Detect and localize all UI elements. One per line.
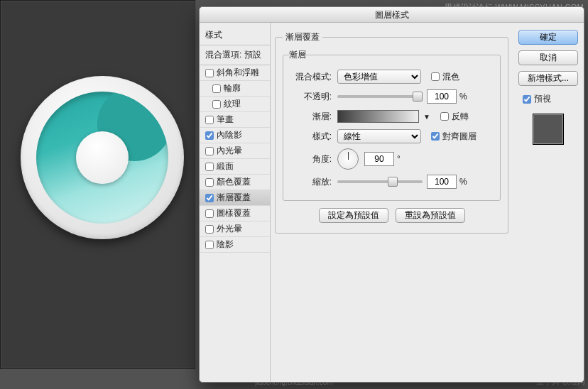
- dither-label: 混色: [442, 71, 459, 83]
- style-row: 樣式: 線性 對齊圖層: [289, 126, 494, 146]
- style-checkbox[interactable]: [205, 69, 214, 77]
- reverse-checkbox[interactable]: [440, 112, 449, 121]
- reset-default-button[interactable]: 重設為預設值: [396, 208, 465, 223]
- style-list-item[interactable]: 斜角和浮雕: [200, 65, 270, 81]
- blend-options-header[interactable]: 混合選項: 預設: [200, 45, 270, 65]
- preview-swatch: [533, 114, 564, 145]
- opacity-row: 不透明: %: [289, 87, 494, 106]
- style-list-item[interactable]: 內光暈: [200, 143, 270, 159]
- opacity-label: 不透明:: [289, 91, 337, 103]
- style-list-item[interactable]: 顏色覆蓋: [200, 175, 270, 190]
- style-list-item[interactable]: 漸層覆蓋: [200, 190, 270, 206]
- style-checkbox[interactable]: [205, 194, 214, 202]
- style-item-label: 輪廓: [224, 82, 241, 94]
- style-select[interactable]: 線性: [337, 129, 421, 143]
- document-panel: [0, 0, 195, 369]
- icon-center-dot: [76, 131, 129, 184]
- gradient-row: 漸層: ▼ 反轉: [289, 106, 494, 126]
- style-checkbox[interactable]: [212, 100, 221, 109]
- style-list-column: 樣式 混合選項: 預設 斜角和浮雕輪廓紋理筆畫內陰影內光暈緞面顏色覆蓋漸層覆蓋圖…: [200, 23, 271, 382]
- style-item-label: 斜角和浮雕: [217, 67, 259, 79]
- style-list-item[interactable]: 外光暈: [200, 221, 270, 237]
- ok-button[interactable]: 確定: [518, 30, 578, 45]
- style-checkbox[interactable]: [205, 131, 214, 140]
- icon-outer-ring: [21, 76, 184, 239]
- gradient-overlay-legend: 漸層覆蓋: [283, 31, 322, 43]
- gradient-overlay-fieldset: 漸層覆蓋 漸層 混合模式: 色彩增值 混色 不透明:: [275, 31, 508, 234]
- new-style-button[interactable]: 新增樣式...: [518, 71, 578, 86]
- icon-artwork: [21, 76, 184, 239]
- style-list-item[interactable]: 筆畫: [200, 112, 270, 128]
- opacity-value[interactable]: [427, 89, 457, 104]
- align-label: 對齊圖層: [442, 131, 477, 143]
- style-item-label: 緞面: [217, 160, 234, 172]
- style-checkbox[interactable]: [205, 163, 214, 171]
- reverse-checkbox-wrap[interactable]: 反轉: [440, 111, 469, 123]
- preview-label: 預視: [534, 93, 551, 105]
- scale-label: 縮放:: [289, 176, 337, 188]
- blend-mode-label: 混合模式:: [289, 71, 337, 83]
- angle-value[interactable]: [364, 152, 394, 166]
- dither-checkbox-wrap[interactable]: 混色: [431, 71, 459, 83]
- default-buttons-row: 設定為預設值 重設為預設值: [283, 208, 501, 223]
- angle-label: 角度:: [289, 153, 337, 165]
- angle-dial[interactable]: [337, 148, 359, 170]
- style-item-label: 內陰影: [217, 129, 242, 141]
- layer-style-dialog: 圖層樣式 樣式 混合選項: 預設 斜角和浮雕輪廓紋理筆畫內陰影內光暈緞面顏色覆蓋…: [199, 6, 584, 383]
- cancel-button[interactable]: 取消: [518, 50, 578, 65]
- gradient-label: 漸層:: [289, 111, 337, 123]
- style-list-item[interactable]: 圖樣覆蓋: [200, 206, 270, 221]
- angle-degree: °: [397, 154, 401, 164]
- dialog-title: 圖層樣式: [200, 7, 584, 23]
- style-item-label: 外光暈: [217, 223, 242, 235]
- opacity-slider[interactable]: [337, 95, 423, 98]
- reverse-label: 反轉: [452, 111, 469, 123]
- opacity-percent: %: [459, 92, 467, 102]
- scale-row: 縮放: %: [289, 172, 494, 192]
- settings-column: 漸層覆蓋 漸層 混合模式: 色彩增值 混色 不透明:: [271, 23, 514, 382]
- style-checkbox[interactable]: [205, 178, 214, 187]
- style-item-label: 漸層覆蓋: [217, 192, 251, 204]
- style-list-item[interactable]: 陰影: [200, 237, 270, 253]
- style-item-label: 內光暈: [217, 145, 242, 157]
- chevron-down-icon[interactable]: ▼: [423, 113, 430, 121]
- style-checkbox[interactable]: [205, 225, 214, 234]
- style-item-label: 圖樣覆蓋: [217, 207, 251, 219]
- style-label: 樣式:: [289, 131, 337, 143]
- align-checkbox[interactable]: [431, 132, 440, 141]
- style-item-label: 顏色覆蓋: [217, 176, 251, 188]
- style-item-label: 陰影: [217, 239, 234, 251]
- style-checkbox[interactable]: [205, 209, 214, 218]
- align-checkbox-wrap[interactable]: 對齊圖層: [431, 131, 477, 143]
- gradient-preview[interactable]: [337, 110, 419, 123]
- style-list-header[interactable]: 樣式: [200, 26, 270, 45]
- gradient-inner-fieldset: 漸層 混合模式: 色彩增值 混色 不透明:: [283, 49, 501, 201]
- style-list-item[interactable]: 緞面: [200, 159, 270, 175]
- preview-checkbox[interactable]: [523, 95, 531, 104]
- right-button-column: 確定 取消 新增樣式... 預視: [514, 23, 584, 382]
- angle-row: 角度: °: [289, 146, 494, 172]
- style-checkbox[interactable]: [205, 116, 214, 124]
- preview-checkbox-wrap[interactable]: 預視: [523, 93, 578, 105]
- gradient-inner-legend: 漸層: [289, 49, 306, 61]
- dither-checkbox[interactable]: [431, 72, 440, 81]
- style-item-label: 筆畫: [217, 114, 234, 126]
- style-checkbox[interactable]: [212, 84, 221, 93]
- scale-slider[interactable]: [337, 180, 423, 183]
- style-checkbox[interactable]: [205, 241, 214, 249]
- style-list-item[interactable]: 內陰影: [200, 128, 270, 143]
- dialog-body: 樣式 混合選項: 預設 斜角和浮雕輪廓紋理筆畫內陰影內光暈緞面顏色覆蓋漸層覆蓋圖…: [200, 23, 584, 382]
- scale-value[interactable]: [427, 175, 457, 189]
- blend-mode-select[interactable]: 色彩增值: [337, 70, 421, 84]
- make-default-button[interactable]: 設定為預設值: [319, 208, 388, 223]
- style-list-item[interactable]: 輪廓: [200, 81, 270, 97]
- style-list-item[interactable]: 紋理: [200, 97, 270, 112]
- style-checkbox[interactable]: [205, 147, 214, 155]
- scale-percent: %: [459, 177, 467, 187]
- blend-mode-row: 混合模式: 色彩增值 混色: [289, 67, 494, 87]
- style-item-label: 紋理: [224, 98, 241, 110]
